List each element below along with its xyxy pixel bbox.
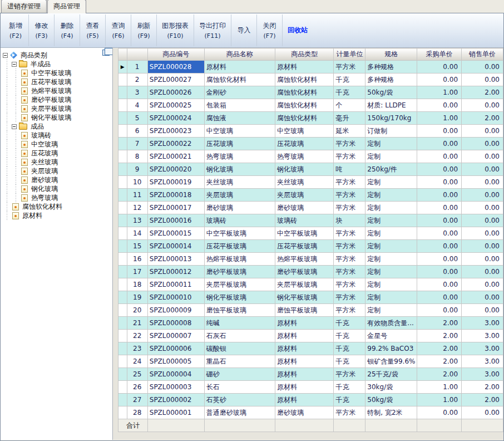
import-button[interactable]: 导入 bbox=[231, 14, 256, 46]
cell-sale-price[interactable]: 0.00 bbox=[462, 227, 503, 240]
cell-product-code[interactable]: SPZL000028 bbox=[147, 61, 204, 74]
cell-product-name[interactable]: 腐蚀液 bbox=[204, 112, 275, 125]
cell-row-number[interactable]: 5 bbox=[127, 112, 147, 125]
cell-product-type[interactable]: 夹层平板玻璃 bbox=[275, 278, 334, 291]
cell-product-type[interactable]: 原材料 bbox=[275, 317, 334, 330]
cell-unit[interactable]: 平方米 bbox=[334, 202, 365, 214]
cell-product-type[interactable]: 磨蚀平板玻璃 bbox=[275, 304, 334, 317]
cell-product-code[interactable]: SPZL000016 bbox=[147, 214, 204, 227]
cell-unit[interactable]: 个 bbox=[334, 99, 365, 112]
cell-purchase-price[interactable]: 0.00 bbox=[417, 240, 462, 253]
edit-button[interactable]: 修改 (F3) bbox=[28, 14, 54, 46]
cell-product-name[interactable]: 夹层玻璃 bbox=[204, 189, 275, 202]
expander-icon[interactable] bbox=[3, 53, 8, 58]
cell-spec[interactable]: 定制 bbox=[365, 176, 417, 189]
cell-product-name[interactable]: 纯碱 bbox=[204, 317, 275, 330]
cell-product-name[interactable]: 长石 bbox=[204, 381, 275, 394]
cell-purchase-price[interactable]: 0.00 bbox=[417, 150, 462, 163]
cell-product-code[interactable]: SPZL000021 bbox=[147, 150, 204, 163]
cell-row-number[interactable]: 12 bbox=[127, 202, 147, 214]
cascade-windows-icon[interactable] bbox=[102, 50, 110, 56]
cell-unit[interactable]: 平方米 bbox=[334, 291, 365, 304]
cell-spec[interactable]: 50kg/袋 bbox=[365, 86, 417, 99]
cell-spec[interactable]: 定制 bbox=[365, 291, 417, 304]
cell-unit[interactable]: 延米 bbox=[334, 125, 365, 138]
cell-unit[interactable]: 平方米 bbox=[334, 240, 365, 253]
cell-row-number[interactable]: 21 bbox=[127, 317, 147, 330]
cell-sale-price[interactable]: 2.00 bbox=[462, 381, 503, 394]
cell-purchase-price[interactable]: 0.00 bbox=[417, 163, 462, 176]
cell-row-number[interactable]: 3 bbox=[127, 86, 147, 99]
cell-product-code[interactable]: SPZL000011 bbox=[147, 278, 204, 291]
cell-product-code[interactable]: SPZL000010 bbox=[147, 291, 204, 304]
cell-purchase-price[interactable]: 0.00 bbox=[417, 138, 462, 150]
cell-product-name[interactable]: 重晶石 bbox=[204, 355, 275, 368]
cell-product-code[interactable]: SPZL000027 bbox=[147, 74, 204, 86]
cell-unit[interactable]: 平方米 bbox=[334, 227, 365, 240]
cell-product-type[interactable]: 原材料 bbox=[275, 355, 334, 368]
cell-product-code[interactable]: SPZL000004 bbox=[147, 368, 204, 381]
cell-sale-price[interactable]: 0.00 bbox=[462, 253, 503, 266]
cell-row-number[interactable]: 13 bbox=[127, 214, 147, 227]
search-button[interactable]: 查询 (F6) bbox=[105, 14, 131, 46]
chart-report-button[interactable]: 图形报表 (F10) bbox=[156, 14, 194, 46]
tree-node[interactable]: 热熔平板玻璃 bbox=[3, 86, 111, 95]
tree-node[interactable]: 夹层平板玻璃 bbox=[3, 104, 111, 113]
cell-purchase-price[interactable]: 0.00 bbox=[417, 189, 462, 202]
cell-sale-price[interactable]: 3.00 bbox=[462, 355, 503, 368]
cell-product-name[interactable]: 磨砂玻璃 bbox=[204, 202, 275, 214]
cell-product-code[interactable]: SPZL000006 bbox=[147, 342, 204, 355]
cell-product-name[interactable]: 磨砂平板玻璃 bbox=[204, 266, 275, 278]
cell-product-code[interactable]: SPZL000024 bbox=[147, 112, 204, 125]
cell-product-type[interactable]: 腐蚀软化材料 bbox=[275, 86, 334, 99]
close-button[interactable]: 关闭 (F7) bbox=[256, 14, 282, 46]
cell-spec[interactable]: 50kg/袋 bbox=[365, 394, 417, 406]
cell-row-number[interactable]: 26 bbox=[127, 381, 147, 394]
cell-unit[interactable]: 平方米 bbox=[334, 61, 365, 74]
cell-spec[interactable]: 订做制 bbox=[365, 125, 417, 138]
column-header-5[interactable]: 采购单价 bbox=[417, 48, 462, 61]
tree-node[interactable]: 磨砂玻璃 bbox=[3, 175, 111, 184]
cell-purchase-price[interactable]: 0.00 bbox=[417, 125, 462, 138]
cell-purchase-price[interactable]: 2.00 bbox=[417, 342, 462, 355]
cell-unit[interactable]: 平方米 bbox=[334, 138, 365, 150]
cell-spec[interactable]: 钡矿含量99.6% bbox=[365, 355, 417, 368]
cell-unit[interactable]: 平方米 bbox=[334, 150, 365, 163]
cell-sale-price[interactable]: 0.00 bbox=[462, 304, 503, 317]
cell-product-name[interactable]: 硼砂 bbox=[204, 368, 275, 381]
cell-product-code[interactable]: SPZL000007 bbox=[147, 330, 204, 342]
cell-row-number[interactable]: 24 bbox=[127, 355, 147, 368]
cell-sale-price[interactable]: 3.00 bbox=[462, 317, 503, 330]
cell-spec[interactable]: 99.2% BaCO3 bbox=[365, 342, 417, 355]
cell-row-number[interactable]: 10 bbox=[127, 176, 147, 189]
cell-product-type[interactable]: 腐蚀软化材料 bbox=[275, 74, 334, 86]
cell-purchase-price[interactable]: 0.00 bbox=[417, 253, 462, 266]
tree-node[interactable]: 压花平板玻璃 bbox=[3, 77, 111, 86]
tree-node[interactable]: 热弯玻璃 bbox=[3, 193, 111, 202]
cell-spec[interactable]: 定制 bbox=[365, 150, 417, 163]
cell-row-number[interactable]: 9 bbox=[127, 163, 147, 176]
cell-product-name[interactable]: 压花玻璃 bbox=[204, 138, 275, 150]
cell-sale-price[interactable]: 0.00 bbox=[462, 291, 503, 304]
cell-purchase-price[interactable]: 1.00 bbox=[417, 394, 462, 406]
tab-inventory-management[interactable]: 进销存管理 bbox=[1, 0, 47, 13]
cell-unit[interactable]: 吨 bbox=[334, 163, 365, 176]
tree-node[interactable]: 中空平板玻璃 bbox=[3, 68, 111, 77]
cell-unit[interactable]: 千克 bbox=[334, 394, 365, 406]
cell-purchase-price[interactable]: 0.00 bbox=[417, 227, 462, 240]
cell-product-name[interactable]: 中空平板玻璃 bbox=[204, 227, 275, 240]
cell-product-name[interactable]: 磨蚀平板玻璃 bbox=[204, 304, 275, 317]
cell-spec[interactable]: 有效物质含量... bbox=[365, 317, 417, 330]
tree-node[interactable]: 夹丝玻璃 bbox=[3, 158, 111, 166]
cell-purchase-price[interactable]: 2.00 bbox=[417, 355, 462, 368]
cell-product-name[interactable]: 玻璃砖 bbox=[204, 214, 275, 227]
cell-spec[interactable]: 材质: LLDPE bbox=[365, 99, 417, 112]
tree-node[interactable]: 商品类别 bbox=[3, 51, 111, 60]
cell-product-name[interactable]: 夹层平板玻璃 bbox=[204, 278, 275, 291]
panel-splitter[interactable] bbox=[113, 48, 118, 440]
tree-node[interactable]: 中空玻璃 bbox=[3, 140, 111, 149]
cell-product-name[interactable]: 石灰石 bbox=[204, 330, 275, 342]
cell-spec[interactable]: 定制 bbox=[365, 278, 417, 291]
new-button[interactable]: 新增 (F2) bbox=[3, 14, 28, 46]
cell-sale-price[interactable]: 0.00 bbox=[462, 240, 503, 253]
